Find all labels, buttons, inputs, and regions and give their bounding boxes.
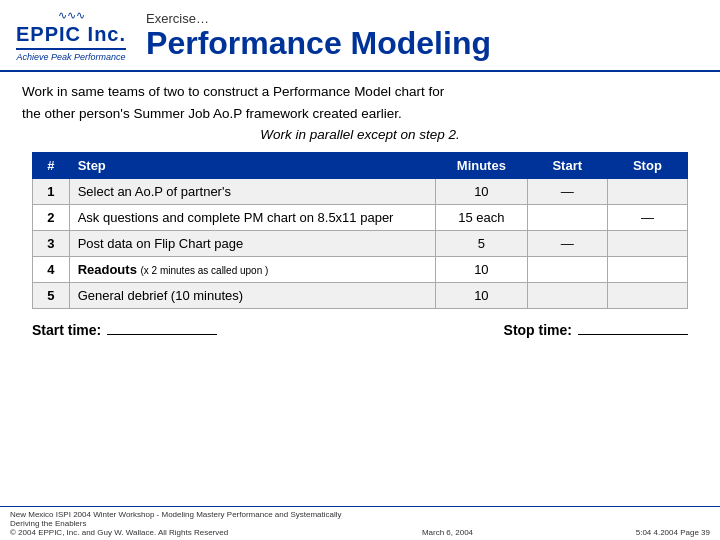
footer: New Mexico ISPI 2004 Winter Workshop - M… [0, 506, 720, 540]
footer-left: New Mexico ISPI 2004 Winter Workshop - M… [10, 510, 360, 537]
intro-line1: Work in same teams of two to construct a… [22, 82, 698, 102]
stop-time-label: Stop time: [504, 322, 572, 338]
table-row: 4Readouts (x 2 minutes as called upon )1… [33, 256, 688, 282]
row-minutes: 10 [436, 178, 528, 204]
row-num: 1 [33, 178, 70, 204]
row-num: 2 [33, 204, 70, 230]
italic-note: Work in parallel except on step 2. [22, 127, 698, 142]
row-stop [607, 256, 687, 282]
col-header-num: # [33, 152, 70, 178]
title-area: Exercise… Performance Modeling [146, 11, 491, 61]
row-start [527, 204, 607, 230]
row-step: Ask questions and complete PM chart on 8… [69, 204, 435, 230]
page-title: Performance Modeling [146, 26, 491, 61]
col-header-minutes: Minutes [436, 152, 528, 178]
row-minutes: 10 [436, 282, 528, 308]
col-header-stop: Stop [607, 152, 687, 178]
logo-text: EPPIC Inc. [16, 23, 126, 50]
stop-time-item: Stop time: [504, 319, 688, 338]
footer-line2: © 2004 EPPIC, Inc. and Guy W. Wallace. A… [10, 528, 360, 537]
row-start [527, 282, 607, 308]
row-step: Readouts (x 2 minutes as called upon ) [69, 256, 435, 282]
footer-right: 5:04 4.2004 Page 39 [535, 528, 710, 537]
header: ∿∿∿ EPPIC Inc. Achieve Peak Performance … [0, 0, 720, 72]
logo-area: ∿∿∿ EPPIC Inc. Achieve Peak Performance [16, 10, 126, 62]
footer-line1: New Mexico ISPI 2004 Winter Workshop - M… [10, 510, 360, 528]
col-header-step: Step [69, 152, 435, 178]
row-stop [607, 282, 687, 308]
intro-line2: the other person's Summer Job Ao.P frame… [22, 104, 698, 124]
row-stop: — [607, 204, 687, 230]
table-wrapper: # Step Minutes Start Stop 1Select an Ao.… [32, 152, 688, 309]
row-start [527, 256, 607, 282]
time-row: Start time: Stop time: [22, 309, 698, 338]
table-header-row: # Step Minutes Start Stop [33, 152, 688, 178]
row-minutes: 10 [436, 256, 528, 282]
table-row: 5General debrief (10 minutes)10 [33, 282, 688, 308]
stop-time-blank [578, 319, 688, 335]
row-start: — [527, 230, 607, 256]
row-stop [607, 178, 687, 204]
logo-tagline: Achieve Peak Performance [16, 52, 125, 62]
row-step: Post data on Flip Chart page [69, 230, 435, 256]
start-time-blank [107, 319, 217, 335]
main-content: Work in same teams of two to construct a… [0, 72, 720, 344]
start-time-item: Start time: [32, 319, 217, 338]
start-time-label: Start time: [32, 322, 101, 338]
col-header-start: Start [527, 152, 607, 178]
footer-center: March 6, 2004 [360, 528, 535, 537]
table-row: 3Post data on Flip Chart page5— [33, 230, 688, 256]
row-num: 3 [33, 230, 70, 256]
row-step: General debrief (10 minutes) [69, 282, 435, 308]
row-num: 4 [33, 256, 70, 282]
row-step: Select an Ao.P of partner's [69, 178, 435, 204]
logo-wave-icon: ∿∿∿ [58, 10, 85, 21]
steps-table: # Step Minutes Start Stop 1Select an Ao.… [32, 152, 688, 309]
row-minutes: 5 [436, 230, 528, 256]
row-stop [607, 230, 687, 256]
row-start: — [527, 178, 607, 204]
row-minutes: 15 each [436, 204, 528, 230]
exercise-label: Exercise… [146, 11, 491, 26]
row-num: 5 [33, 282, 70, 308]
table-row: 1Select an Ao.P of partner's10— [33, 178, 688, 204]
table-row: 2Ask questions and complete PM chart on … [33, 204, 688, 230]
